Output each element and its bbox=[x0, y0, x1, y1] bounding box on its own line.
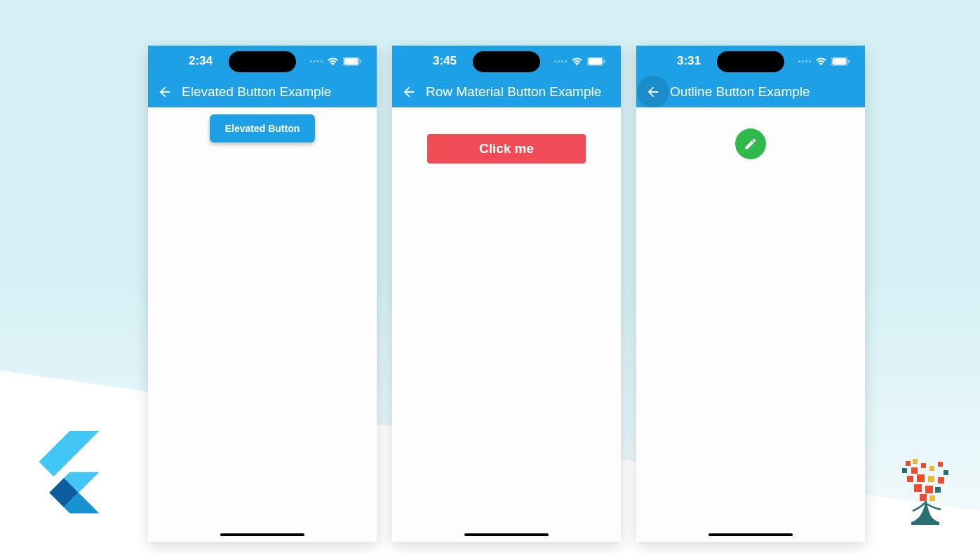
phone-row: 2:34 Elevated Button Example Elevated Bu… bbox=[148, 46, 865, 542]
battery-icon bbox=[831, 57, 850, 66]
status-time: 3:31 bbox=[677, 54, 701, 68]
top-bar: 3:45 Row Material Button Example bbox=[392, 46, 621, 107]
svg-rect-10 bbox=[913, 459, 918, 464]
cellular-icon bbox=[310, 60, 323, 62]
svg-rect-23 bbox=[935, 487, 941, 493]
top-bar: 3:31 Outline Button Example bbox=[636, 46, 865, 107]
phone-mockup: 3:31 Outline Button Example bbox=[636, 46, 865, 542]
cellular-icon bbox=[798, 60, 811, 62]
svg-rect-17 bbox=[907, 476, 913, 482]
status-icons bbox=[554, 57, 605, 66]
svg-rect-14 bbox=[929, 466, 934, 471]
dynamic-island bbox=[717, 51, 784, 72]
home-indicator bbox=[220, 533, 304, 536]
wifi-icon bbox=[571, 57, 583, 66]
app-bar-title: Elevated Button Example bbox=[182, 84, 331, 100]
battery-icon bbox=[343, 57, 361, 66]
svg-rect-25 bbox=[929, 495, 935, 501]
app-bar-title: Outline Button Example bbox=[670, 84, 810, 100]
app-bar: Outline Button Example bbox=[636, 76, 865, 107]
svg-rect-1 bbox=[344, 58, 358, 65]
svg-rect-8 bbox=[848, 60, 850, 63]
svg-rect-4 bbox=[589, 58, 603, 65]
dynamic-island bbox=[473, 51, 540, 72]
status-icons bbox=[798, 57, 850, 66]
arrow-back-icon bbox=[157, 84, 173, 100]
raw-material-button[interactable]: Click me bbox=[427, 134, 586, 164]
status-icons bbox=[310, 57, 361, 66]
pixel-tree-logo bbox=[899, 458, 955, 528]
svg-rect-16 bbox=[944, 470, 948, 475]
svg-rect-21 bbox=[914, 484, 922, 492]
arrow-back-icon bbox=[401, 84, 417, 100]
svg-rect-15 bbox=[938, 462, 943, 467]
svg-rect-7 bbox=[833, 58, 847, 65]
svg-rect-24 bbox=[920, 494, 927, 501]
app-bar: Row Material Button Example bbox=[392, 76, 621, 107]
svg-rect-2 bbox=[360, 60, 361, 63]
app-bar: Elevated Button Example bbox=[148, 76, 377, 107]
svg-rect-5 bbox=[604, 60, 605, 63]
floating-action-button[interactable] bbox=[735, 128, 766, 159]
svg-rect-20 bbox=[938, 477, 944, 484]
back-button[interactable] bbox=[156, 84, 173, 100]
home-indicator bbox=[709, 533, 793, 536]
status-time: 3:45 bbox=[433, 54, 457, 68]
app-bar-title: Row Material Button Example bbox=[426, 84, 601, 100]
back-button[interactable] bbox=[401, 84, 417, 100]
battery-icon bbox=[587, 57, 605, 66]
arrow-back-icon bbox=[645, 84, 661, 100]
phone-body bbox=[636, 107, 865, 542]
home-indicator bbox=[464, 533, 549, 536]
status-bar: 2:34 bbox=[148, 46, 377, 76]
phone-body: Elevated Button bbox=[148, 107, 377, 542]
dynamic-island bbox=[229, 51, 296, 72]
wifi-icon bbox=[327, 57, 339, 66]
phone-mockup: 3:45 Row Material Button Example Click m… bbox=[392, 46, 621, 542]
status-time: 2:34 bbox=[189, 54, 213, 68]
flutter-logo bbox=[24, 431, 101, 522]
back-button[interactable] bbox=[645, 84, 662, 100]
svg-rect-12 bbox=[911, 467, 918, 474]
elevated-button[interactable]: Elevated Button bbox=[210, 114, 316, 142]
svg-rect-19 bbox=[928, 476, 934, 482]
svg-rect-18 bbox=[917, 474, 925, 482]
top-bar: 2:34 Elevated Button Example bbox=[148, 46, 377, 107]
edit-icon bbox=[744, 137, 758, 151]
cellular-icon bbox=[554, 60, 567, 62]
status-bar: 3:45 bbox=[392, 46, 621, 76]
svg-rect-11 bbox=[902, 468, 907, 473]
svg-rect-9 bbox=[906, 461, 911, 466]
wifi-icon bbox=[815, 57, 827, 66]
svg-rect-22 bbox=[925, 486, 933, 493]
svg-rect-13 bbox=[921, 463, 926, 468]
status-bar: 3:31 bbox=[636, 46, 865, 76]
phone-body: Click me bbox=[392, 107, 621, 542]
phone-mockup: 2:34 Elevated Button Example Elevated Bu… bbox=[148, 46, 377, 542]
